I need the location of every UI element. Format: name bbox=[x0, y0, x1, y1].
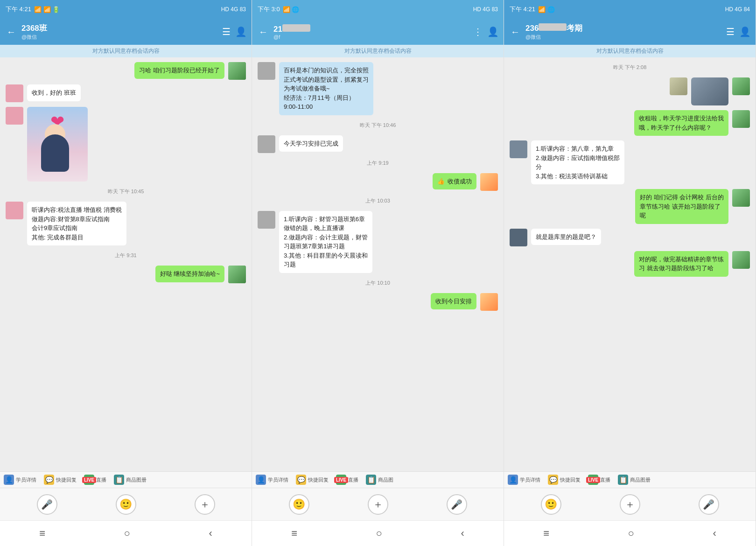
msg-row: 好的 咱们记得 会计网校 后台的 章节练习哈 该开始习题阶段了 呢 bbox=[510, 189, 750, 224]
msg-row: 习哈 咱们习题阶段已经开始了 bbox=[6, 62, 246, 80]
nav-bar-3: ≡ ○ ‹ bbox=[504, 520, 756, 546]
toolbar-item-reply-2[interactable]: 💬 快捷回复 bbox=[296, 475, 329, 485]
notice-1: 对方默认同意存档会话内容 bbox=[0, 45, 252, 57]
input-area-3: 🙂 ＋ 🎤 bbox=[504, 488, 756, 520]
toolbar-item-live[interactable]: LIVE 直播 bbox=[84, 475, 106, 485]
input-area-2: 🙂 ＋ 🎤 bbox=[252, 488, 504, 520]
status-bar-1: 下午 4:21 📶 📶 🔋 HD 4G 83 bbox=[0, 0, 252, 19]
chat-area-1: 习哈 咱们习题阶段已经开始了 收到，好的 班班 ❤ 昨天 下午 10:45 bbox=[0, 57, 252, 471]
timestamp: 上午 9:19 bbox=[258, 160, 498, 167]
payment-text: 收债成功 bbox=[448, 177, 472, 186]
reply-icon: 💬 bbox=[44, 475, 54, 485]
home-nav-1[interactable]: ○ bbox=[115, 524, 140, 543]
menu-nav-1[interactable]: ≡ bbox=[30, 524, 55, 543]
toolbar-item-live-3[interactable]: LIVE 直播 bbox=[588, 475, 610, 485]
payment-bubble: 👍 收债成功 bbox=[433, 173, 476, 190]
menu-icon-3[interactable]: ☰ bbox=[726, 26, 735, 37]
msg-row-img: ❤ bbox=[6, 107, 246, 182]
toolbar-2: 👤 学员详情 💬 快捷回复 LIVE 直播 📋 商品图 bbox=[252, 471, 504, 488]
product-icon-2: 📋 bbox=[366, 475, 376, 485]
add-btn-2[interactable]: ＋ bbox=[368, 494, 388, 515]
panel-left: 下午 4:21 📶 📶 🔋 HD 4G 83 ← 2368班 @微信 ☰ 👤 对… bbox=[0, 0, 252, 546]
product-icon: 📋 bbox=[114, 475, 124, 485]
live-icon-3: LIVE bbox=[588, 475, 598, 485]
back-btn-2[interactable]: ← bbox=[257, 25, 270, 39]
msg-row: 1.听课内容：第八章，第九章 2.做题内容：应试指南增值税部 分 3.其他：税法… bbox=[510, 140, 750, 184]
emoji-btn-1[interactable]: 🙂 bbox=[116, 494, 136, 515]
back-btn-3[interactable]: ← bbox=[509, 25, 522, 39]
panel-center: 下午 3:0 📶 🌐 HD 4G 83 ← 21 @f ⋮ 👤 对方默认同意存档… bbox=[252, 0, 504, 546]
add-btn-3[interactable]: ＋ bbox=[620, 494, 640, 515]
blurred-name-2 bbox=[282, 24, 310, 32]
thumbs-icon: 👍 bbox=[437, 177, 445, 186]
msg-row: 1.听课内容：财管习题班第6章 做错的题，晚上直播课 2.做题内容：会计主观题，… bbox=[258, 211, 498, 273]
profile-icon-2[interactable]: 👤 bbox=[487, 26, 499, 37]
chat-image: ❤ bbox=[27, 107, 88, 182]
voice-btn-2[interactable]: 🎤 bbox=[447, 494, 467, 515]
emoji-btn-3[interactable]: 🙂 bbox=[541, 494, 561, 515]
reply-icon-3: 💬 bbox=[548, 475, 558, 485]
title-bar-1: ← 2368班 @微信 ☰ 👤 bbox=[0, 19, 252, 45]
toolbar-item-product[interactable]: 📋 商品图册 bbox=[114, 475, 147, 485]
avatar-left-3 bbox=[6, 202, 23, 219]
live-icon-2: LIVE bbox=[336, 475, 346, 485]
timestamp: 上午 10:10 bbox=[258, 280, 498, 287]
chat-sub-1: @微信 bbox=[21, 34, 218, 41]
bubble: 百科是本门的知识点，完全按照 正式考试的题型设置，抓紧复习 为考试做准备哦~ 经… bbox=[279, 62, 373, 115]
msg-row: 好哒 继续坚持加油哈~ bbox=[6, 266, 246, 283]
toolbar-item-product-2[interactable]: 📋 商品图 bbox=[366, 475, 393, 485]
menu-icon-1[interactable]: ☰ bbox=[222, 26, 231, 37]
msg-row: 今天学习安排已完成 bbox=[258, 135, 498, 153]
notice-3: 对方默认同意存档会话内容 bbox=[504, 45, 756, 57]
back-nav-1[interactable]: ‹ bbox=[199, 524, 221, 543]
nav-bar-1: ≡ ○ ‹ bbox=[0, 520, 252, 546]
title-bar-2: ← 21 @f ⋮ 👤 bbox=[252, 19, 504, 45]
toolbar-1: 👤 学员详情 💬 快捷回复 LIVE 直播 📋 商品图册 bbox=[0, 471, 252, 488]
avatar-right-r2 bbox=[670, 77, 687, 95]
back-nav-2[interactable]: ‹ bbox=[451, 524, 473, 543]
menu-nav-2[interactable]: ≡ bbox=[282, 524, 307, 543]
back-btn-1[interactable]: ← bbox=[5, 25, 18, 39]
voice-btn-3[interactable]: 🎤 bbox=[699, 494, 719, 515]
msg-row: 👍 收债成功 bbox=[258, 173, 498, 191]
home-nav-2[interactable]: ○ bbox=[367, 524, 392, 543]
toolbar-label: 快捷回复 bbox=[560, 476, 581, 483]
toolbar-item-live-2[interactable]: LIVE 直播 bbox=[336, 475, 358, 485]
toolbar-item-student[interactable]: 👤 学员详情 bbox=[4, 475, 36, 485]
msg-row: 收到，好的 班班 bbox=[6, 84, 246, 102]
profile-icon-1[interactable]: 👤 bbox=[235, 26, 247, 37]
toolbar-label: 学员详情 bbox=[268, 476, 288, 483]
emoji-btn-2[interactable]: 🙂 bbox=[289, 494, 309, 515]
bubble: 就是题库里的题是吧？ bbox=[531, 229, 601, 245]
avatar-right-c1 bbox=[480, 173, 498, 191]
bubble: 听课内容:税法直播 增值税 消费税 做题内容:财管第8章应试指南 会计9章应试指… bbox=[27, 202, 126, 245]
timestamp: 上午 10:03 bbox=[258, 197, 498, 204]
back-nav-3[interactable]: ‹ bbox=[703, 524, 725, 543]
kid-body bbox=[41, 134, 69, 172]
toolbar-item-reply-3[interactable]: 💬 快捷回复 bbox=[548, 475, 581, 485]
toolbar-label: 直播 bbox=[348, 476, 358, 483]
home-nav-3[interactable]: ○ bbox=[619, 524, 644, 543]
product-icon-3: 📋 bbox=[618, 475, 628, 485]
bubble: 对的呢，做完基础精讲的章节练 习 就去做习题阶段练习了哈 bbox=[634, 251, 728, 277]
time-1: 下午 4:21 bbox=[6, 5, 31, 14]
avatar-right-r4 bbox=[732, 189, 750, 207]
title-bar-3: ← 236考期 @微信 ☰ 👤 bbox=[504, 19, 756, 45]
menu-icon-2[interactable]: ⋮ bbox=[473, 26, 483, 37]
voice-btn-1[interactable]: 🎤 bbox=[37, 494, 57, 515]
blurred-name-3 bbox=[539, 23, 567, 31]
status-bar-3: 下午 4:21 📶 🌐 HD 4G 84 bbox=[504, 0, 756, 19]
toolbar-item-student-2[interactable]: 👤 学员详情 bbox=[256, 475, 288, 485]
bubble: 收到今日安排 bbox=[431, 293, 476, 310]
status-bar-2: 下午 3:0 📶 🌐 HD 4G 83 bbox=[252, 0, 504, 19]
toolbar-item-student-3[interactable]: 👤 学员详情 bbox=[508, 475, 540, 485]
profile-icon-3[interactable]: 👤 bbox=[739, 26, 751, 37]
toolbar-item-reply[interactable]: 💬 快捷回复 bbox=[44, 475, 77, 485]
student-icon-2: 👤 bbox=[256, 475, 266, 485]
add-btn-1[interactable]: ＋ bbox=[195, 494, 215, 515]
msg-row: 听课内容:税法直播 增值税 消费税 做题内容:财管第8章应试指南 会计9章应试指… bbox=[6, 202, 246, 245]
menu-nav-3[interactable]: ≡ bbox=[534, 524, 559, 543]
toolbar-item-product-3[interactable]: 📋 商品图册 bbox=[618, 475, 651, 485]
student-icon: 👤 bbox=[4, 475, 14, 485]
reply-icon-2: 💬 bbox=[296, 475, 306, 485]
